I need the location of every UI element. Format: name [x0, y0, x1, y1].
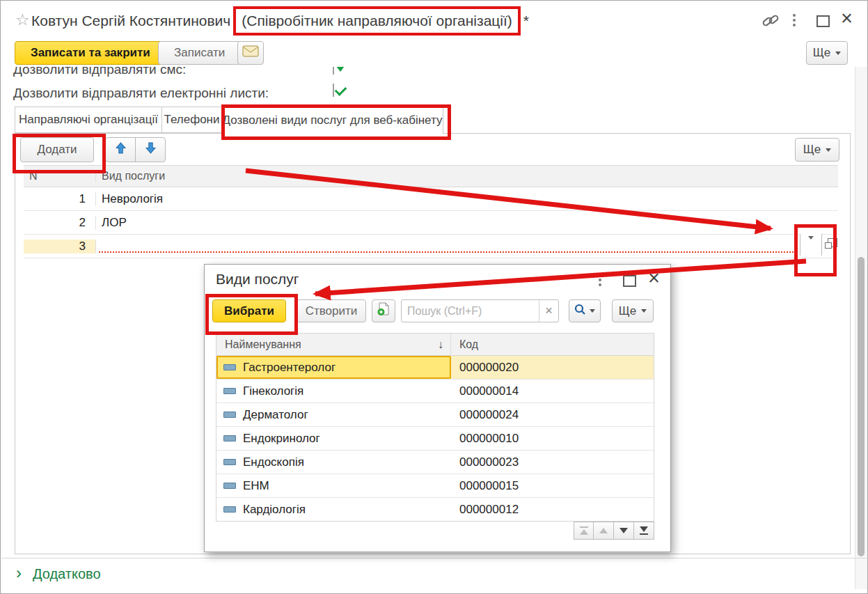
list-item[interactable]: Дерматолог 000000024	[216, 403, 654, 427]
table-row[interactable]: 2 ЛОР	[24, 211, 838, 235]
add-row-button[interactable]: Додати	[20, 137, 94, 162]
panel-more-button[interactable]: Ще	[795, 138, 839, 162]
chevron-down-icon	[808, 236, 814, 250]
item-name: Гінекологія	[243, 384, 303, 398]
vertical-scrollbar[interactable]	[855, 67, 867, 589]
col-service: Вид послуги	[96, 170, 165, 182]
send-email-button[interactable]	[237, 41, 264, 65]
item-dash-icon	[223, 364, 236, 370]
item-name: ЕНМ	[243, 479, 269, 493]
go-next-button[interactable]	[614, 522, 634, 540]
arrow-down-icon	[145, 142, 157, 157]
link-icon[interactable]	[762, 13, 780, 32]
item-code: 000000012	[451, 503, 654, 517]
item-dash-icon	[223, 388, 236, 394]
chevron-down-icon	[826, 148, 831, 152]
item-dash-icon	[223, 506, 236, 513]
item-code: 000000014	[451, 384, 654, 398]
green-check-partial-icon	[336, 67, 345, 72]
tab-phones[interactable]: Телефони	[161, 107, 222, 133]
row-number: 1	[24, 192, 96, 206]
close-icon[interactable]: ×	[841, 11, 853, 25]
item-dash-icon	[223, 483, 236, 489]
item-name: Дерматолог	[243, 408, 308, 422]
move-up-button[interactable]	[105, 137, 136, 162]
chevron-down-icon	[590, 309, 595, 313]
item-name: Кардіологія	[243, 503, 306, 517]
go-last-button[interactable]	[634, 522, 654, 540]
allow-sms-checkbox[interactable]	[333, 67, 334, 75]
list-item[interactable]: ЕНМ 000000015	[216, 474, 654, 498]
maximize-icon[interactable]	[816, 15, 830, 27]
allow-email-row: Дозволити відправляти електронні листи:	[1, 83, 627, 102]
allow-sms-label: Дозволити відправляти смс:	[13, 67, 186, 77]
search-clear-icon[interactable]: ×	[539, 300, 558, 322]
dialog-close-icon[interactable]: ×	[648, 271, 660, 285]
title-name: Ковтун Сергій Костянтинович	[31, 13, 230, 29]
create-button[interactable]: Створити	[297, 299, 366, 322]
list-item[interactable]: Кардіологія 000000012	[216, 498, 654, 521]
table-row-editing[interactable]: 3	[24, 235, 838, 258]
go-previous-button[interactable]	[594, 522, 614, 540]
item-code: 000000023	[451, 455, 654, 469]
dialog-more-menu-icon[interactable]	[599, 274, 601, 286]
allow-sms-row: Дозволити відправляти смс:	[1, 67, 627, 77]
item-code: 000000020	[451, 361, 654, 375]
window-titlebar: ☆ Ковтун Сергій Костянтинович (Співробіт…	[1, 1, 867, 40]
chevron-down-icon	[835, 52, 841, 55]
col-n: N	[24, 170, 96, 182]
create-new-item-button[interactable]	[372, 299, 395, 322]
envelope-icon	[242, 45, 259, 61]
tab-allowed-services[interactable]: Дозволені види послуг для веб-кабінету	[221, 107, 443, 134]
allow-email-checkbox[interactable]	[333, 84, 334, 97]
service-dropdown-button[interactable]	[800, 234, 822, 256]
services-table: N Вид послуги 1 Неврологія 2 ЛОР 3	[24, 165, 838, 258]
save-and-close-button[interactable]: Записати та закрити	[15, 41, 166, 65]
dialog-more-button[interactable]: Ще	[612, 299, 654, 322]
list-item[interactable]: Ендоскопія 000000023	[216, 451, 654, 474]
favorite-star-icon[interactable]: ☆	[15, 10, 30, 29]
row-number: 2	[24, 216, 96, 230]
save-button[interactable]: Записати	[158, 41, 241, 65]
chevron-right-icon[interactable]: ›	[16, 563, 22, 583]
select-button[interactable]: Вибрати	[212, 299, 286, 322]
list-navigation	[574, 522, 654, 540]
item-code: 000000024	[451, 408, 654, 422]
table-row[interactable]: 1 Неврологія	[24, 187, 838, 211]
services-table-header[interactable]: N Вид послуги	[24, 165, 838, 187]
scrollbar-thumb[interactable]	[858, 257, 865, 556]
move-down-button[interactable]	[135, 137, 166, 162]
more-actions-button[interactable]: Ще	[806, 41, 848, 65]
additional-section-toggle[interactable]: Додатково	[33, 566, 101, 582]
more-label: Ще	[813, 46, 830, 60]
go-first-button[interactable]	[574, 522, 594, 540]
search-box: ×	[401, 299, 559, 322]
list-item-selected[interactable]: Гастроентеролог 000000020	[216, 356, 654, 380]
title-role-annotated: (Співробітник направляючої організації)	[233, 6, 521, 36]
item-dash-icon	[223, 412, 236, 418]
arrow-up-icon	[115, 142, 127, 157]
sort-descending-icon: ↓	[438, 338, 443, 351]
service-types-table: Найменування ↓ Код Гастроентеролог 00000…	[216, 333, 654, 522]
service-types-header[interactable]: Найменування ↓ Код	[216, 334, 654, 356]
tab-referring-organizations[interactable]: Направляючі органцізації	[15, 107, 162, 133]
allow-email-label: Дозволити відправляти електронні листи:	[13, 86, 269, 101]
list-item[interactable]: Ендокринолог 000000010	[216, 427, 654, 451]
more-menu-icon[interactable]	[793, 14, 796, 26]
open-item-icon[interactable]	[825, 242, 832, 249]
search-input[interactable]	[402, 305, 539, 318]
service-types-dialog: Види послуг × Вибрати Створити ×	[204, 264, 671, 552]
list-item[interactable]: Гінекологія 000000014	[216, 380, 654, 403]
modified-mark: *	[523, 13, 529, 29]
dialog-maximize-icon[interactable]	[623, 275, 636, 287]
edit-field-underline[interactable]	[99, 251, 796, 253]
tab-label: Телефони	[164, 113, 219, 127]
tab-label: Направляючі органцізації	[19, 113, 158, 127]
window-title: Ковтун Сергій Костянтинович (Співробітни…	[31, 5, 529, 37]
footer-divider	[1, 558, 867, 558]
more-label: Ще	[803, 143, 821, 157]
search-options-button[interactable]	[569, 299, 601, 322]
item-name: Ендокринолог	[243, 432, 320, 446]
item-name: Гастроентеролог	[243, 361, 336, 375]
new-document-plus-icon	[377, 302, 390, 320]
